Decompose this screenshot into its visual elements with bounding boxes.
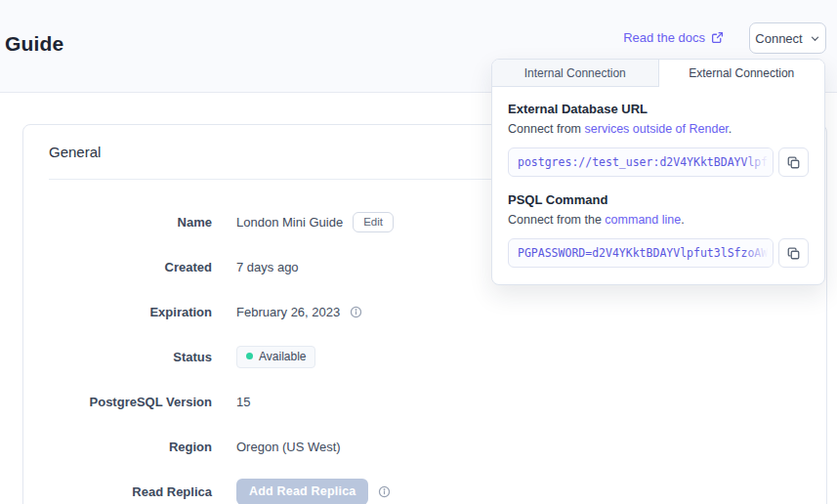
row-label: Status bbox=[49, 350, 212, 364]
read-the-docs-link[interactable]: Read the docs bbox=[623, 30, 724, 45]
connect-dropdown-panel: Internal Connection External Connection … bbox=[491, 59, 825, 285]
copy-psql-button[interactable] bbox=[778, 238, 809, 268]
row-label: Read Replica bbox=[49, 484, 212, 499]
row-label: Expiration bbox=[49, 305, 212, 319]
region-value: Oregon (US West) bbox=[236, 440, 341, 454]
status-badge: Available bbox=[236, 346, 315, 368]
external-database-url-heading: External Database URL bbox=[508, 102, 809, 116]
psql-command-heading: PSQL Command bbox=[508, 192, 809, 207]
psql-input-group: PGPASSWORD=d2V4YKktBDAYVlpfut3lSfzoAWhwb… bbox=[508, 238, 809, 268]
connect-panel-body: External Database URL Connect from servi… bbox=[492, 87, 824, 268]
status-dot-icon bbox=[246, 353, 253, 359]
table-row-postgresql-version: PostgreSQL Version 15 bbox=[49, 389, 801, 414]
command-line-link[interactable]: command line bbox=[605, 213, 681, 227]
external-url-input-group: postgres://test_user:d2V4YKktBDAYVlpfut3… bbox=[508, 147, 809, 177]
table-row-read-replica: Read Replica Add Read Replica bbox=[49, 479, 801, 504]
created-value: 7 days ago bbox=[236, 260, 299, 274]
row-label: Name bbox=[49, 215, 212, 230]
copy-icon bbox=[786, 155, 801, 170]
tab-external-connection[interactable]: External Connection bbox=[659, 60, 825, 87]
add-read-replica-button[interactable]: Add Read Replica bbox=[236, 479, 368, 504]
row-label: PostgreSQL Version bbox=[49, 395, 212, 409]
expiration-info-icon[interactable] bbox=[350, 306, 362, 318]
table-row-status: Status Available bbox=[49, 344, 801, 369]
desc-text: . bbox=[681, 213, 684, 227]
row-label: Region bbox=[49, 440, 212, 454]
table-row-expiration: Expiration February 26, 2023 bbox=[49, 299, 801, 324]
psql-description: Connect from the command line. bbox=[508, 213, 809, 227]
read-replica-info-icon[interactable] bbox=[378, 485, 391, 498]
connect-button[interactable]: Connect bbox=[749, 22, 826, 54]
name-value: London Mini Guide bbox=[236, 215, 343, 230]
row-label: Created bbox=[49, 260, 212, 274]
table-row-region: Region Oregon (US West) bbox=[49, 434, 801, 459]
tab-internal-connection[interactable]: Internal Connection bbox=[492, 60, 659, 87]
copy-external-url-button[interactable] bbox=[778, 147, 809, 177]
desc-text: Connect from the bbox=[508, 213, 605, 227]
page-title: Guide bbox=[5, 32, 64, 56]
edit-name-button[interactable]: Edit bbox=[353, 212, 394, 232]
copy-icon bbox=[786, 246, 801, 261]
connection-tabbar: Internal Connection External Connection bbox=[492, 60, 824, 87]
desc-text: Connect from bbox=[508, 122, 585, 136]
external-url-field[interactable]: postgres://test_user:d2V4YKktBDAYVlpfut3… bbox=[508, 147, 774, 177]
services-outside-render-link[interactable]: services outside of Render bbox=[585, 122, 729, 136]
connect-button-label: Connect bbox=[755, 31, 802, 46]
desc-text: . bbox=[729, 122, 732, 136]
chevron-down-icon bbox=[810, 33, 820, 44]
psql-command-field[interactable]: PGPASSWORD=d2V4YKktBDAYVlpfut3lSfzoAWhwb… bbox=[508, 238, 774, 268]
read-the-docs-label: Read the docs bbox=[623, 30, 705, 45]
version-value: 15 bbox=[236, 395, 250, 409]
status-badge-label: Available bbox=[259, 350, 306, 363]
external-link-icon bbox=[711, 31, 724, 44]
expiration-value: February 26, 2023 bbox=[236, 305, 340, 319]
external-url-description: Connect from services outside of Render. bbox=[508, 122, 809, 136]
